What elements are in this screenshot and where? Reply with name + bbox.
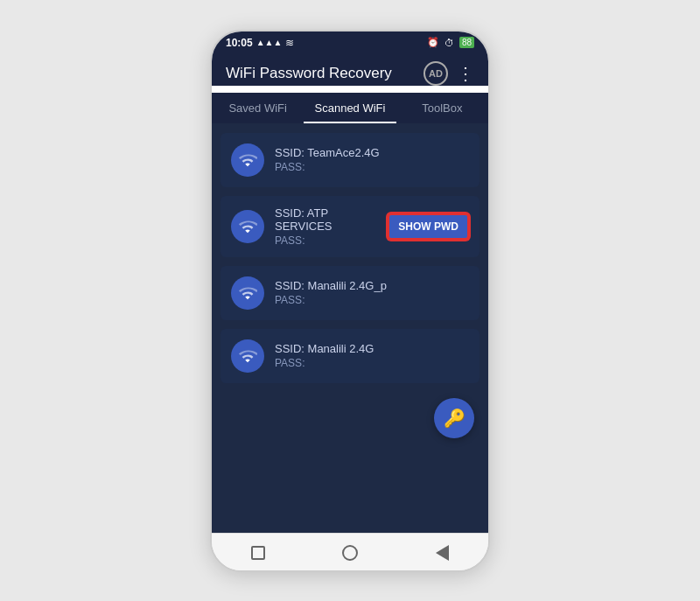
more-icon[interactable]: ⋮ <box>457 63 474 84</box>
wifi-icon-0 <box>238 150 257 170</box>
wifi-pass-1: PASS: <box>275 234 377 247</box>
wifi-ssid-3: SSID: Manalili 2.4G <box>275 342 469 355</box>
status-time: 10:05 <box>226 37 253 49</box>
wifi-item-1: SSID: ATP SERVICES PASS: SHOW PWD <box>220 196 480 257</box>
wifi-item-3: SSID: Manalili 2.4G PASS: <box>220 329 480 383</box>
wifi-icon-circle-2 <box>231 276 264 310</box>
wifi-ssid-2: SSID: Manalili 2.4G_p <box>275 279 469 292</box>
nav-recent-button[interactable] <box>244 542 272 563</box>
wifi-pass-2: PASS: <box>275 294 469 306</box>
wifi-icon-circle-1 <box>231 210 264 243</box>
app-header: WiFi Password Recovery AD ⋮ <box>212 52 488 86</box>
wifi-info-3: SSID: Manalili 2.4G PASS: <box>275 342 469 369</box>
wifi-status-icon: ≋ <box>285 37 294 49</box>
nav-back-button[interactable] <box>428 542 456 563</box>
wifi-item-0: SSID: TeamAce2.4G PASS: <box>220 133 480 187</box>
wifi-icon-circle-3 <box>231 339 264 373</box>
header-icons: AD ⋮ <box>424 61 474 86</box>
wifi-icon-3 <box>238 346 257 366</box>
nav-triangle-icon <box>436 545 449 561</box>
alarm-icon: ⏰ <box>427 37 439 48</box>
nav-circle-icon <box>342 545 358 561</box>
show-pwd-button[interactable]: SHOW PWD <box>388 213 469 240</box>
tab-bar: Saved WiFi Scanned WiFi ToolBox <box>212 93 488 123</box>
signal-icon: ▲▲▲ <box>256 38 283 47</box>
fab-button[interactable]: 🔑 <box>434 398 474 438</box>
wifi-ssid-1: SSID: ATP SERVICES <box>275 206 377 233</box>
tab-scanned[interactable]: Scanned WiFi <box>304 93 396 123</box>
wifi-icon-2 <box>238 283 257 303</box>
battery-icon: 88 <box>459 37 474 48</box>
nav-home-button[interactable] <box>336 542 364 563</box>
status-bar: 10:05 ▲▲▲ ≋ ⏰ ⏱ 88 <box>212 31 488 52</box>
wifi-item-2: SSID: Manalili 2.4G_p PASS: <box>220 266 480 320</box>
status-left: 10:05 ▲▲▲ ≋ <box>226 37 294 49</box>
wifi-ssid-0: SSID: TeamAce2.4G <box>275 146 469 159</box>
wifi-info-0: SSID: TeamAce2.4G PASS: <box>275 146 469 173</box>
wifi-pass-3: PASS: <box>275 357 469 369</box>
content-area: SSID: TeamAce2.4G PASS: SSID: ATP SERVIC… <box>212 123 488 533</box>
status-right: ⏰ ⏱ 88 <box>427 37 474 48</box>
wifi-icon-circle-0 <box>231 143 264 177</box>
wifi-info-2: SSID: Manalili 2.4G_p PASS: <box>275 279 469 306</box>
nav-square-icon <box>251 546 265 560</box>
ad-label: AD <box>429 68 443 79</box>
timer-icon: ⏱ <box>444 38 454 48</box>
ad-badge[interactable]: AD <box>424 61 448 86</box>
key-icon: 🔑 <box>444 408 466 429</box>
tab-saved[interactable]: Saved WiFi <box>212 93 304 123</box>
nav-bar <box>212 533 488 570</box>
app-title: WiFi Password Recovery <box>226 65 424 82</box>
phone-frame: 10:05 ▲▲▲ ≋ ⏰ ⏱ 88 WiFi Password Recover… <box>210 30 490 572</box>
tab-toolbox[interactable]: ToolBox <box>396 93 488 123</box>
wifi-info-1: SSID: ATP SERVICES PASS: <box>275 206 377 247</box>
wifi-icon-1 <box>238 217 257 236</box>
wifi-pass-0: PASS: <box>275 161 469 173</box>
